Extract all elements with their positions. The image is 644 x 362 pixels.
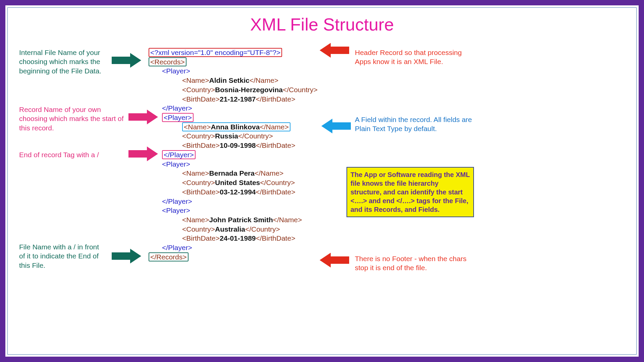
country-field: <Country>Australia</Country> bbox=[149, 225, 353, 234]
info-box: The App or Software reading the XML file… bbox=[346, 167, 474, 217]
annotation-end-record: End of record Tag with a / bbox=[19, 150, 126, 159]
annotation-record-name: Record Name of your own choosing which m… bbox=[19, 105, 126, 132]
page-title: XML File Structure bbox=[8, 14, 515, 35]
annotation-internal-file-name: Internal File Name of your choosing whic… bbox=[19, 48, 116, 75]
player-close-highlighted: </Player> bbox=[149, 150, 353, 160]
birthdate-field: <BirthDate>24-01-1989</BirthDate> bbox=[149, 234, 353, 243]
annotation-file-close: File Name with a / in front of it to ind… bbox=[19, 242, 106, 270]
country-field: <Country>Bosnia-Herzegovina</Country> bbox=[149, 85, 353, 95]
player-close: </Player> bbox=[149, 197, 353, 206]
birthdate-field: <BirthDate>03-12-1994</BirthDate> bbox=[149, 187, 353, 197]
annotation-field-note: A Field within the record. All fields ar… bbox=[355, 115, 472, 133]
player-open: <Player> bbox=[149, 206, 353, 215]
birthdate-field: <BirthDate>10-09-1998</BirthDate> bbox=[149, 141, 353, 150]
name-field: <Name>John Patrick Smith</Name> bbox=[149, 215, 353, 225]
records-open-tag: <Records> bbox=[149, 57, 353, 67]
player-close: </Player> bbox=[149, 104, 353, 113]
annotation-header-record: Header Record so that processing Apps kn… bbox=[355, 48, 466, 66]
player-open: <Player> bbox=[149, 160, 353, 169]
country-field: <Country>United States</Country> bbox=[149, 178, 353, 187]
name-field: <Name>Aldin Setkic</Name> bbox=[149, 76, 353, 85]
slide-inner: XML File Structure <?xml version="1.0" e… bbox=[7, 7, 515, 290]
annotation-no-footer: There is no Footer - when the chars stop… bbox=[355, 254, 479, 273]
xml-code-block: <?xml version="1.0" encoding="UTF-8"?> <… bbox=[149, 48, 353, 262]
slide-frame: XML File Structure <?xml version="1.0" e… bbox=[0, 0, 515, 290]
player-close: </Player> bbox=[149, 243, 353, 252]
name-field: <Name>Bernada Pera</Name> bbox=[149, 169, 353, 178]
birthdate-field: <BirthDate>21-12-1987</BirthDate> bbox=[149, 95, 353, 104]
player-open: <Player> bbox=[149, 66, 353, 76]
